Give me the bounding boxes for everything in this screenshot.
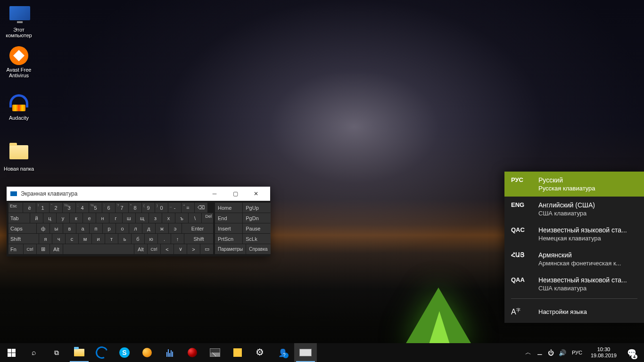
desktop-icon-new-folder[interactable]: Новая папка [1,142,37,172]
key[interactable]: "2 [50,203,62,213]
key[interactable]: е [83,213,96,223]
key-insert[interactable]: Insert [215,223,242,233]
key[interactable]: п [90,223,102,233]
taskbar-photos[interactable] [204,343,226,362]
taskbar-explorer[interactable] [68,343,91,362]
minimize-button[interactable]: ─ [204,187,225,201]
key-win[interactable]: ⊞ [37,244,50,254]
key-enter[interactable]: Enter [182,223,213,233]
tray-language[interactable]: РУС [569,343,585,362]
key[interactable]: ё [23,203,36,213]
key[interactable]: о [116,223,129,233]
key-fn[interactable]: Fn [8,244,23,254]
key[interactable]: а [76,223,89,233]
key-alt[interactable]: Alt [50,244,63,254]
maximize-button[interactable]: ▢ [225,187,246,201]
key-pgdn[interactable]: PgDn [243,213,270,223]
key-shift[interactable]: Shift [8,234,39,244]
desktop-icon-audacity[interactable]: Audacity [1,94,37,121]
taskbar-app-orange[interactable] [136,343,158,362]
key[interactable]: №3 [63,203,75,213]
key[interactable]: ь [118,234,131,244]
key-space[interactable] [63,244,134,254]
lang-item-rus[interactable]: РУС РусскийРусская клавиатура [504,172,644,197]
osk-help[interactable]: Справка [246,244,270,254]
desktop-icon-avast[interactable]: Avast Free Antivirus [1,46,37,78]
key[interactable]: %5 [89,203,102,213]
action-center-button[interactable]: 💬 4 [622,343,641,362]
key-down[interactable]: ∨ [174,244,187,254]
key[interactable]: _- [168,203,181,213]
key[interactable]: д [142,223,155,233]
key[interactable]: р [103,223,116,233]
key[interactable]: ?7 [116,203,128,213]
lang-item-arm[interactable]: ՀԱՅ АрмянскийАрмянская фонетическая к... [504,247,644,272]
lang-item-qac[interactable]: QAC Неизвестный языковой ста...Немецкая … [504,222,644,247]
key[interactable]: з [149,213,162,223]
key[interactable]: ж [156,223,168,233]
osk-titlebar[interactable]: Экранная клавиатура ─ ▢ ✕ [7,187,270,201]
key[interactable]: *8 [129,203,141,213]
taskbar-sticky-notes[interactable] [226,343,249,362]
key-pgup[interactable]: PgUp [243,203,270,213]
lang-settings-link[interactable]: A字 Настройки языка [504,301,644,323]
key[interactable]: :6 [102,203,115,213]
key-del[interactable]: Del [202,213,213,223]
taskbar-app-eq[interactable] [158,343,181,362]
key[interactable]: и [92,234,105,244]
osk-options[interactable]: Параметры [215,244,246,254]
key[interactable]: г [109,213,122,223]
key-end[interactable]: End [215,213,242,223]
desktop-icon-this-pc[interactable]: Этот компьютер [1,4,37,38]
key[interactable]: ы [50,223,63,233]
lang-item-qaa[interactable]: QAA Неизвестный языковой ста...США клави… [504,272,644,296]
key-left[interactable]: < [161,244,173,254]
osk-window[interactable]: Экранная клавиатура ─ ▢ ✕ Esc ё !1 "2 №3… [7,187,270,256]
search-button[interactable]: ⌕ [23,343,45,362]
key-home[interactable]: Home [215,203,242,213]
taskbar-help[interactable]: 👤? [272,343,294,362]
key[interactable]: м [79,234,91,244]
key[interactable]: к [70,213,83,223]
key[interactable]: . [158,234,171,244]
key[interactable]: н [96,213,109,223]
key[interactable]: в [63,223,76,233]
key[interactable]: ч [52,234,65,244]
key-alt-right[interactable]: Alt [134,244,147,254]
key[interactable]: ъ [175,213,188,223]
key[interactable]: (9 [142,203,155,213]
key-tab[interactable]: Tab [8,213,30,223]
tray-battery[interactable]: ⏻ [546,343,556,362]
key[interactable]: с [66,234,78,244]
key[interactable]: !1 [36,203,49,213]
key-right[interactable]: > [187,244,200,254]
key[interactable]: у [57,213,69,223]
key[interactable]: ;4 [76,203,89,213]
key-up[interactable]: ↑ [171,234,184,244]
key[interactable]: ц [43,213,56,223]
key-backspace[interactable]: ⌫ [195,203,207,213]
key[interactable]: ю [145,234,157,244]
key[interactable]: ш [123,213,135,223]
key[interactable]: щ [136,213,149,223]
key-ctrl-right[interactable]: Ctrl [148,244,160,254]
taskview-button[interactable]: ⧉ [45,343,68,362]
close-button[interactable]: ✕ [246,187,266,201]
key[interactable]: л [129,223,142,233]
key[interactable]: )0 [155,203,168,213]
key[interactable]: += [182,203,194,213]
key[interactable]: б [132,234,144,244]
key[interactable]: т [105,234,118,244]
key-ctrl[interactable]: Ctrl [24,244,36,254]
key-menu[interactable]: ▭ [200,244,213,254]
taskbar-settings[interactable] [249,343,272,362]
key-caps[interactable]: Caps [8,223,36,233]
taskbar-osk[interactable] [294,343,317,362]
taskbar-skype[interactable]: S [113,343,136,362]
tray-volume[interactable]: 🔊 [558,343,567,362]
taskbar-app-red[interactable] [181,343,204,362]
tray-network[interactable]: ⚊ [535,343,545,362]
key[interactable]: я [39,234,52,244]
key[interactable]: х [162,213,175,223]
key-pause[interactable]: Pause [243,223,270,233]
